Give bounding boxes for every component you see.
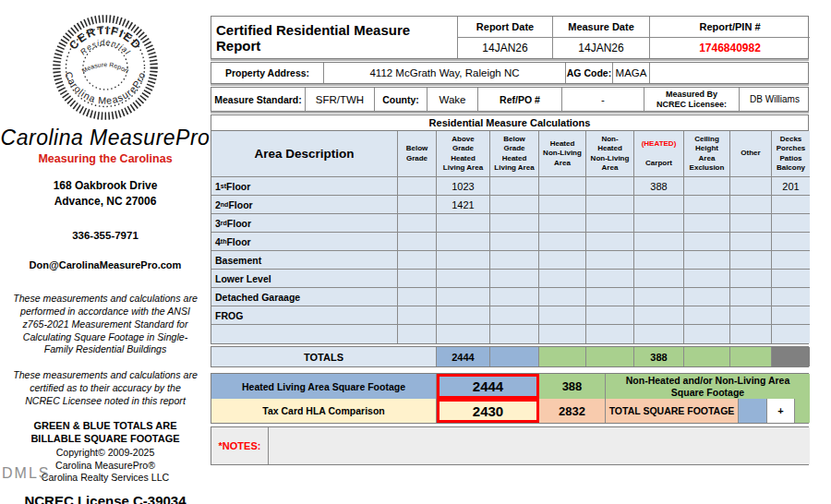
green-swatch [795,399,810,423]
cell [586,270,634,288]
cell [634,270,684,288]
property-address-value: 4112 McGrath Way, Raleigh NC [324,63,566,83]
total-sqft-legend: TOTAL SQUARE FOOTAGE + [606,399,810,423]
cell [490,325,539,343]
cell [684,196,730,214]
cell [730,288,772,306]
row-label-rest: Floor [228,199,252,210]
ref-po-value: - [562,88,644,111]
col-heated-nla: Heated Non-Living Area [539,131,586,177]
cell [634,288,684,306]
cell [398,214,437,233]
cell-garage: 388 [634,177,684,196]
cell [684,251,730,270]
row-frog-label: FROG [211,306,398,325]
row-label-rest: Floor [227,218,251,229]
property-row: Property Address: 4112 McGrath Way, Rale… [211,62,809,84]
row-label-text: Basement [215,255,261,266]
cell [684,288,730,306]
cell [437,325,490,343]
row-label-text: FROG [215,310,243,321]
notes-field[interactable] [269,427,810,464]
totals-decks [772,347,810,366]
cell [490,233,539,251]
ansi-disclaimer: These measurements and calculations are … [13,293,198,357]
col-other: Other [730,131,772,177]
cell-above-grade: 1023 [437,177,490,196]
cell-decks: 201 [772,177,810,196]
cell [634,233,684,251]
cell [398,196,437,214]
svg-text:Measure Report: Measure Report [80,61,129,74]
cell-above-grade: 1421 [437,196,490,214]
company-address: 168 Oakbrook Drive Advance, NC 27006 [0,178,211,210]
certification-seal-icon: CERTIFIED Residential Measure Report Car… [49,11,162,124]
col-below-grade: Below Grade [398,131,437,177]
cell [772,325,810,343]
cell [730,177,772,196]
cell [437,251,490,270]
cell [634,325,684,343]
cell [730,325,772,343]
total-sqft-label: TOTAL SQUARE FOOTAGE [606,399,739,423]
company-logo: Carolina MeasurePro [0,126,211,150]
cell [586,233,634,251]
col-garage: Garage (HEATED) Carport Porte/Coch [634,131,684,177]
county-label: County: [375,88,428,111]
cell [437,233,490,251]
tax-card-label: Tax Card HLA Comparison [211,399,437,423]
property-row-empty-cell [650,63,810,83]
cell [684,306,730,325]
svg-text:Carolina MeasurePro: Carolina MeasurePro [63,70,147,106]
cell [772,214,810,233]
cell [539,288,586,306]
cell [586,325,634,343]
cell [398,306,437,325]
cell [539,177,586,196]
ag-code-label: AG Code: [566,63,613,83]
total-sqft-value: 2832 [539,399,606,423]
cell [490,214,539,233]
cell [490,288,539,306]
cell [398,270,437,288]
row-label-text: 1 [215,181,221,192]
cell [490,196,539,214]
cell [539,270,586,288]
cell [539,233,586,251]
cell [730,270,772,288]
cell [634,251,684,270]
notes-section: *NOTES: [211,426,809,465]
report-pin-label: Report/PIN # [650,17,810,38]
row-label-text: 4 [215,236,221,247]
cell [684,233,730,251]
row-label-rest: Floor [226,236,250,247]
totals-below-grade-hla [490,347,539,366]
address-line2: Advance, NC 27006 [0,194,211,210]
address-line1: 168 Oakbrook Drive [0,178,211,194]
cell [539,251,586,270]
hla-label: Heated Living Area Square Footage [211,374,437,399]
row-detached-garage-label: Detached Garaage [211,288,398,306]
cell [772,196,810,214]
cell [772,288,810,306]
cell [398,177,437,196]
cell [730,251,772,270]
measure-report: Certified Residential Measure Report Rep… [211,16,809,465]
cell [398,251,437,270]
report-date-label: Report Date [458,17,553,38]
billable-note: GREEN & BLUE TOTALS ARE BILLABLE SQUARE … [22,420,188,446]
row-label-rest: Floor [226,181,250,192]
cell [398,288,437,306]
nla-value: 388 [539,374,606,399]
cell [586,196,634,214]
row-label-text: Lower Level [215,273,271,284]
row-2nd-floor-label: 2nd Floor [211,196,398,214]
row-basement-label: Basement [211,251,398,270]
measure-date-label: Measure Date [553,17,650,38]
cell [772,233,810,251]
measure-date-value: 14JAN26 [553,38,650,58]
cell [730,233,772,251]
county-value: Wake [428,88,478,111]
report-pin-value: 1746840982 [650,38,810,58]
cell [772,270,810,288]
